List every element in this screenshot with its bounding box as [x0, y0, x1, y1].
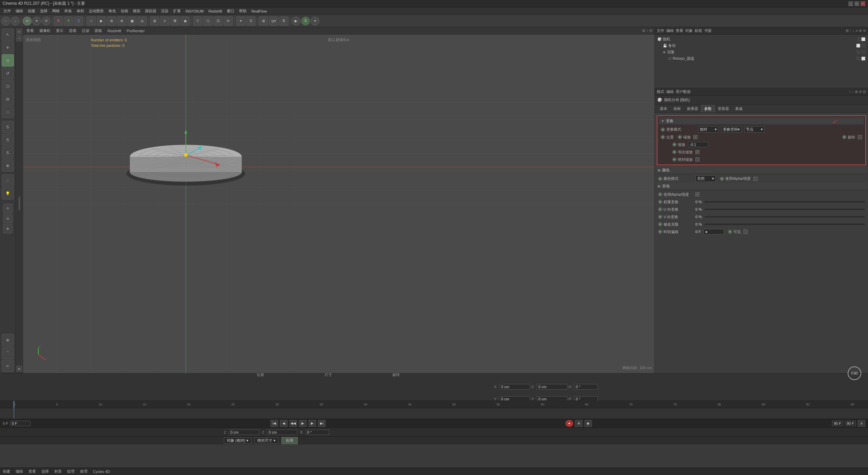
- tree-item-backup[interactable]: 💾 备份 ⬜ ⬛: [656, 42, 867, 49]
- weight-radio[interactable]: [658, 200, 662, 204]
- maximize-button[interactable]: □: [854, 1, 859, 6]
- tab-params[interactable]: 参数: [701, 105, 715, 112]
- vp-panel[interactable]: 面板: [93, 28, 103, 34]
- sm-object[interactable]: 对象: [685, 28, 693, 33]
- menu-tracker[interactable]: 跟踪器: [143, 8, 158, 14]
- menu-animate[interactable]: 动画: [119, 8, 130, 14]
- menu-select[interactable]: 选择: [38, 8, 50, 14]
- toolbar-grid[interactable]: ⊞: [259, 16, 268, 26]
- sidebar-light[interactable]: 💡: [2, 187, 14, 200]
- use-alpha-checkbox[interactable]: ✓: [695, 192, 699, 196]
- sidebar-paint[interactable]: ⊗: [2, 334, 14, 346]
- visible-checkbox[interactable]: [744, 230, 748, 234]
- toolbar-mode1[interactable]: ⊙: [23, 17, 32, 25]
- weight-bar[interactable]: [705, 201, 865, 203]
- rot-b-field[interactable]: [305, 430, 329, 435]
- menu-extend[interactable]: 扩展: [171, 8, 183, 14]
- status-material[interactable]: 材质: [54, 469, 62, 474]
- tree-item-retopo[interactable]: ⬡ Retopo_圆盘 ⬛ ⬜: [656, 55, 867, 62]
- end-frame-field[interactable]: 90 F: [832, 421, 843, 426]
- sidebar-scale[interactable]: ⊙: [2, 54, 14, 66]
- transform-node-dropdown[interactable]: 节点 ▾: [744, 126, 765, 133]
- sidebar-points[interactable]: ⬡: [2, 80, 14, 92]
- menu-volume[interactable]: 体积: [75, 8, 86, 14]
- toolbar-snap2[interactable]: S: [246, 16, 256, 26]
- sm-tag[interactable]: 标签: [695, 28, 702, 33]
- vp-display[interactable]: 显示: [55, 28, 65, 34]
- toolbar-obj3[interactable]: ⊕: [107, 16, 116, 26]
- viewport-area[interactable]: 查看 摄像机 显示 选项 过滤 面板 Redshift ProRender ⊞ …: [23, 27, 654, 373]
- menu-character[interactable]: 角色: [106, 8, 118, 14]
- status-edit[interactable]: 编辑: [16, 469, 23, 474]
- size-x-field[interactable]: [537, 384, 567, 390]
- next-frame-button[interactable]: ▶: [309, 420, 316, 427]
- viewport-canvas[interactable]: 透视视图 默认摄像机● Number of emitters: 0 Total …: [23, 35, 654, 373]
- sm-bookmark[interactable]: 书签: [704, 28, 712, 33]
- rotate-checkbox[interactable]: [858, 135, 862, 139]
- toolbar-scene4[interactable]: ⟳: [223, 16, 233, 26]
- sm-view[interactable]: 查看: [676, 28, 683, 33]
- sidebar-material[interactable]: S: [2, 121, 14, 133]
- close-button[interactable]: ×: [861, 1, 865, 6]
- sidebar-polys[interactable]: □: [2, 106, 14, 118]
- sidebar-camera[interactable]: 🎥: [2, 174, 14, 187]
- sidebar-select[interactable]: ↖: [2, 28, 14, 41]
- time-radio[interactable]: [658, 230, 662, 234]
- toolbar-obj4[interactable]: ⊗: [117, 16, 126, 26]
- toolbar-obj6[interactable]: ◎: [137, 16, 147, 26]
- vp-camera[interactable]: 摄像机: [38, 28, 52, 34]
- sidebar-tool1[interactable]: S: [2, 147, 14, 159]
- transform-section-header[interactable]: ▼ 变换: [659, 117, 864, 125]
- goto-start-button[interactable]: |◀: [271, 420, 278, 427]
- scale-val-radio[interactable]: [672, 142, 676, 147]
- vp-options[interactable]: 选项: [67, 28, 78, 34]
- sidebar-bezier[interactable]: ⌒: [2, 347, 14, 359]
- object-space-dropdown[interactable]: 对象 (相对) ▾: [224, 437, 252, 444]
- menu-realflow[interactable]: RealFlow: [249, 8, 269, 14]
- toolbar-extra2[interactable]: S: [301, 17, 310, 25]
- toolbar-b[interactable]: B: [279, 16, 289, 26]
- tab-coord[interactable]: 坐标: [670, 105, 684, 112]
- status-view[interactable]: 查看: [28, 469, 36, 474]
- toolbar-mode2[interactable]: ✦: [32, 17, 41, 25]
- status-uvw[interactable]: 效理: [80, 469, 87, 474]
- transform-mode-dropdown[interactable]: 相对 ▾: [698, 126, 718, 133]
- toolbar-render2[interactable]: ≡: [160, 16, 170, 26]
- menu-help[interactable]: 帮助: [237, 8, 249, 14]
- color-section-header[interactable]: ▶ 颜色: [656, 167, 867, 174]
- toolbar-extra1[interactable]: ▶: [292, 17, 300, 25]
- alpha-checkbox[interactable]: [753, 177, 757, 181]
- vp-redshift[interactable]: Redshift: [106, 28, 122, 33]
- menu-redshift[interactable]: Redshift: [206, 8, 224, 14]
- toolbar-z-axis[interactable]: Z: [74, 16, 83, 26]
- time-dropdown[interactable]: ●: [704, 229, 724, 234]
- menu-render[interactable]: 渲染: [159, 8, 171, 14]
- key-add-button[interactable]: ⊕: [575, 420, 583, 427]
- toolbar-render3[interactable]: ⌘: [170, 16, 180, 26]
- sec-btn2[interactable]: +: [16, 35, 22, 41]
- toolbar-scene1[interactable]: ▽: [193, 16, 202, 26]
- status-cycles[interactable]: Cycles 4D: [93, 470, 110, 474]
- toolbar-redo[interactable]: →: [11, 17, 20, 25]
- rotate-radio[interactable]: [842, 135, 846, 139]
- sidebar-loop[interactable]: ∞: [2, 360, 14, 372]
- sm-edit[interactable]: 编辑: [666, 28, 674, 33]
- minimize-button[interactable]: _: [848, 1, 853, 6]
- key-sel-button[interactable]: ◉: [585, 420, 592, 427]
- menu-window[interactable]: 窗口: [225, 8, 236, 14]
- modify-bar[interactable]: [705, 224, 865, 225]
- toolbar-render1[interactable]: ⊞: [150, 16, 159, 26]
- goto-end-button[interactable]: ▶|: [318, 420, 326, 427]
- size-z-field[interactable]: [267, 430, 297, 435]
- menu-mesh[interactable]: 网格: [50, 8, 62, 14]
- toolbar-scene2[interactable]: ⬡: [203, 16, 213, 26]
- sidebar-move[interactable]: ✛: [2, 41, 14, 54]
- prop-userdata[interactable]: 用户数据: [676, 89, 691, 94]
- other-section-header[interactable]: ▶ 其他: [656, 183, 867, 190]
- record-button[interactable]: ●: [566, 420, 573, 427]
- pos-x-field[interactable]: [499, 384, 530, 390]
- tab-falloff[interactable]: 衰减: [732, 105, 746, 112]
- u-radio[interactable]: [658, 207, 662, 211]
- toolbar-scene3[interactable]: ☑: [213, 16, 223, 26]
- prop-edit[interactable]: 编辑: [666, 89, 674, 94]
